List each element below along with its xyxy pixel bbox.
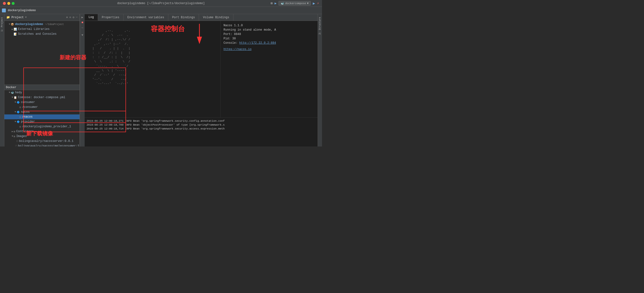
collapse-all-icon[interactable]: ⊖ <box>69 15 71 19</box>
docker-tree-images[interactable]: ▼ ⊞ Images <box>4 134 80 139</box>
tab-port-bindings[interactable]: Port Bindings <box>168 14 199 21</box>
title-bar-right: ⊞ ▶ 🐋 dockercompose ▼ ▶ ⚡ <box>271 1 319 6</box>
project-panel-title: Project <box>12 16 24 19</box>
docker-section: Docker ▼ 🐳 hedy ▼ 📋 Compose: do <box>4 84 80 146</box>
console-ascii-art: ,--. ,-. / . \ .-- . ,/ /: | ,--.\/ / ,-… <box>85 21 220 117</box>
app-title: dockerplugindemo <box>8 9 36 12</box>
layout-icon[interactable]: ⊞ <box>271 1 273 5</box>
info-line-5: Console: http://172.22.0.2:884 <box>224 41 315 45</box>
info-link-2-line: https://nacos.io <box>224 48 315 51</box>
project-panel: 📁 Project ▼ ⊕ ⊖ ⚙ — ▼ 📦 dockerplugindemo… <box>4 14 80 146</box>
window-title: dockerplugindemo [~/IdeaProjects/dockerp… <box>117 2 205 5</box>
docker-panel-title: Docker <box>6 86 16 89</box>
title-bar: dockerplugindemo [~/IdeaProjects/dockerp… <box>0 0 322 7</box>
project-panel-dropdown[interactable]: ▼ <box>25 16 26 19</box>
tab-properties[interactable]: Properties <box>98 14 124 21</box>
info-line-1: Nacos 1.1.0 <box>224 24 315 27</box>
traffic-lights <box>3 2 14 5</box>
info-mode: Running in stand alone mode, A <box>224 28 276 31</box>
console-logs: 2019-08-25 12:00:18,271 INFO Bean 'org.s… <box>85 117 318 146</box>
info-line-2: Running in stand alone mode, A <box>224 28 315 31</box>
docker-tree-provider-group[interactable]: ▼ 🔷 provider <box>4 119 80 124</box>
console-info-panel: Nacos 1.1.0 Running in stand alone mode,… <box>220 21 318 117</box>
nacos-website-link[interactable]: https://nacos.io <box>224 48 252 51</box>
log-text-1: 2019-08-25 12:00:18,271 INFO Bean 'org.s… <box>86 120 225 122</box>
docker-image-2[interactable]: ▶ □ bolingcavalry/nacossimpleconsumer:1.… <box>4 144 80 146</box>
app-header: dockerplugindemo <box>0 7 322 14</box>
run-config-label: dockercompose <box>285 2 306 5</box>
ascii-art-text: ,--. ,-. / . \ .-- . ,/ /: | ,--.\/ / ,-… <box>86 29 218 86</box>
run-config-dropdown[interactable]: 🐋 dockercompose ▼ <box>278 1 310 5</box>
settings-icon[interactable]: ⚙ <box>73 15 74 19</box>
docker-tree-provider[interactable]: ▶ ⊡ /dockerplugindemo_provider_1 <box>4 124 80 129</box>
tab-properties-label: Properties <box>102 16 120 19</box>
docker-tree-consumer[interactable]: ▶ ⊡ /consumer <box>4 105 80 110</box>
project-tree-area: ▼ 📦 dockerplugindemo ~/IdeaProject ▶ 📊 E… <box>4 21 80 84</box>
maximize-button[interactable] <box>12 2 14 5</box>
play-icon[interactable]: ▶ <box>313 1 315 6</box>
docker-tree-compose[interactable]: ▼ 📋 Compose: docker-compose.yml <box>4 95 80 100</box>
log-line-2: 2019-08-25 12:00:18,709 INFO Bean 'objec… <box>86 123 316 126</box>
structure-tab[interactable]: 2: Structure <box>318 15 322 36</box>
minimize-button[interactable] <box>7 2 10 5</box>
console-area: Log Properties Environment variables Por… <box>85 14 318 146</box>
tab-env-vars[interactable]: Environment variables <box>124 14 168 21</box>
info-port: Port: 8848 <box>224 32 241 36</box>
toolbar-play-btn[interactable]: ▶ <box>80 15 85 19</box>
tree-item-scratches[interactable]: ▶ 📝 Scratches and Consoles <box>4 31 80 36</box>
log-text-3: 2019-08-25 12:00:18,714 INFO Bean 'org.s… <box>86 127 225 130</box>
tab-log-label: Log <box>88 15 94 19</box>
toolbar-minus-btn[interactable]: — <box>80 26 85 30</box>
toolbar-stop-btn[interactable]: ■ <box>80 20 85 25</box>
panel-icons: ⊕ ⊖ ⚙ — <box>66 15 78 19</box>
close-panel-icon[interactable]: — <box>76 15 78 19</box>
title-bar-left <box>3 2 14 5</box>
docker-section-header: Docker <box>4 85 80 90</box>
info-pid: Pid: 30 <box>224 37 236 40</box>
project-tab[interactable]: 1: Project <box>0 15 4 33</box>
docker-tree-nacos-group[interactable]: ▼ 🔷 nacos <box>4 110 80 114</box>
app-logo-icon <box>2 8 6 12</box>
docker-image-1[interactable]: ▶ □ bolingcavalry/nacosserver:0.0.1 <box>4 139 80 144</box>
toolbar-expand-btn[interactable]: ▼ <box>80 33 85 37</box>
tab-port-label: Port Bindings <box>172 16 195 19</box>
tab-env-label: Environment variables <box>128 16 164 19</box>
expand-all-icon[interactable]: ⊕ <box>66 15 68 19</box>
info-nacos-version: Nacos 1.1.0 <box>224 24 243 27</box>
title-text: dockerplugindemo [~/IdeaProjects/dockerp… <box>117 2 205 5</box>
log-line-3: 2019-08-25 12:00:18,714 INFO Bean 'org.s… <box>86 127 316 130</box>
main-content: 1: Project 📁 Project ▼ ⊕ ⊖ ⚙ — ▼ 📦 <box>0 14 322 146</box>
console-url-link[interactable]: http://172.22.0.2:884 <box>239 41 276 45</box>
right-sidebar-strip: 2: Structure <box>318 14 322 146</box>
external-libs-label: External Libraries <box>18 27 50 31</box>
docker-tree-consumer-group[interactable]: ▼ 🔷 consumer <box>4 100 80 105</box>
docker-tree-area: ▼ 🐳 hedy ▼ 📋 Compose: docker-compose.yml… <box>4 90 80 146</box>
run-icon[interactable]: ▶ <box>274 1 276 5</box>
app-window: dockerplugindemo [~/IdeaProjects/dockerp… <box>0 0 322 146</box>
tab-volume-bindings[interactable]: Volume Bindings <box>199 14 233 21</box>
tree-item-project-root[interactable]: ▼ 📦 dockerplugindemo ~/IdeaProject <box>4 22 80 27</box>
console-tabs: Log Properties Environment variables Por… <box>85 14 318 21</box>
debug-icon[interactable]: ⚡ <box>317 1 319 5</box>
project-panel-header: 📁 Project ▼ ⊕ ⊖ ⚙ — <box>4 14 80 21</box>
info-console-label: Console: <box>224 41 239 45</box>
log-text-2: 2019-08-25 12:00:18,709 INFO Bean 'objec… <box>86 123 225 126</box>
close-button[interactable] <box>3 2 6 5</box>
tab-log[interactable]: Log <box>85 14 98 21</box>
left-sidebar-strip: 1: Project <box>0 14 4 146</box>
docker-tree-hedy[interactable]: ▼ 🐳 hedy <box>4 90 80 95</box>
tree-item-external-libs[interactable]: ▶ 📊 External Libraries <box>4 27 80 31</box>
info-line-3: Port: 8848 <box>224 32 315 36</box>
docker-tree-containers[interactable]: ▶ ⊞ Containers <box>4 129 80 134</box>
docker-tree-nacos[interactable]: ▶ ⊡ /nacos <box>4 114 80 119</box>
info-line-4: Pid: 30 <box>224 37 315 40</box>
run-config-icon: 🐋 <box>281 2 284 5</box>
log-line-1: 2019-08-25 12:00:18,271 INFO Bean 'org.s… <box>86 120 316 122</box>
run-config-chevron: ▼ <box>307 2 308 5</box>
docker-toolbar: ▶ ■ — ▼ <box>80 14 85 146</box>
scratches-label: Scratches and Consoles <box>18 32 56 36</box>
tab-volume-label: Volume Bindings <box>203 16 229 19</box>
console-content: ,--. ,-. / . \ .-- . ,/ /: | ,--.\/ / ,-… <box>85 21 318 117</box>
panel-folder-icon: 📁 <box>6 15 10 19</box>
